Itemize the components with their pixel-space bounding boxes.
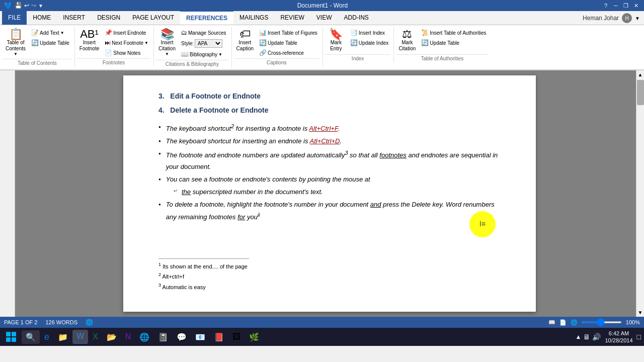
insert-endnote-button[interactable]: 📌Insert Endnote bbox=[103, 28, 150, 37]
taskbar-item-explorer[interactable]: 📂 bbox=[103, 330, 121, 344]
tab-page-layout[interactable]: PAGE LAYOUT bbox=[126, 11, 180, 25]
table-of-contents-button[interactable]: 📋 Table ofContents ▼ bbox=[3, 27, 28, 58]
taskbar-item-acrobat[interactable]: 📕 bbox=[210, 330, 228, 344]
view-icon-web[interactable]: 🌐 bbox=[571, 319, 578, 326]
bullet-item: ● The keyboard shortcut for inserting an… bbox=[158, 136, 501, 147]
tab-mailings[interactable]: MAILINGS bbox=[233, 11, 274, 25]
user-dropdown[interactable]: ▼ bbox=[635, 16, 640, 21]
taskbar-clock: 6:42 AM 10/28/2014 bbox=[603, 330, 634, 344]
quick-access-undo[interactable]: ↩ bbox=[24, 2, 29, 9]
zoom-slider[interactable] bbox=[582, 321, 622, 323]
insert-caption-button[interactable]: 🏷 InsertCaption bbox=[234, 27, 256, 53]
zoom-level: 100% bbox=[626, 319, 640, 325]
taskbar-notification[interactable]: □ bbox=[637, 333, 641, 341]
quick-access-redo[interactable]: ↪ bbox=[31, 2, 36, 9]
view-icon-layout[interactable]: 📄 bbox=[559, 319, 567, 326]
quick-access-save[interactable]: 💾 bbox=[15, 2, 22, 9]
tab-home[interactable]: HOME bbox=[27, 11, 57, 25]
insert-table-of-figures-button[interactable]: 📊Insert Table of Figures bbox=[257, 28, 319, 37]
tab-insert[interactable]: INSERT bbox=[57, 11, 91, 25]
taskbar-item-skype[interactable]: 💬 bbox=[173, 330, 191, 344]
tab-add-ins[interactable]: ADD-INS bbox=[338, 11, 374, 25]
citations-group-label: Citations & Bibliography bbox=[156, 60, 228, 67]
taskbar-item-ie[interactable]: e bbox=[40, 330, 53, 344]
taskbar-item-search[interactable]: 🔍 bbox=[22, 330, 40, 344]
close-button[interactable]: ✕ bbox=[632, 2, 640, 9]
style-select-row: Style: APA MLA Chicago bbox=[179, 38, 228, 49]
insert-index-button[interactable]: 📑Insert Index bbox=[348, 28, 391, 37]
authorities-group-label: Table of Authorities bbox=[396, 54, 488, 61]
toc-group-label: Table of Contents bbox=[3, 59, 71, 66]
taskbar-item-word[interactable]: W bbox=[72, 330, 88, 344]
window-title: Document1 - Word bbox=[43, 2, 602, 9]
numbered-item-4: 4. Delete a Footnote or Endnote bbox=[158, 105, 501, 117]
taskbar-item-excel[interactable]: X bbox=[89, 330, 102, 343]
manage-sources-button[interactable]: 🗂Manage Sources bbox=[179, 28, 228, 37]
tab-design[interactable]: DESIGN bbox=[91, 11, 126, 25]
taskbar-item-photos[interactable]: 🖼 bbox=[228, 330, 245, 343]
bullet-item: ● You can see a footnote or endnote's co… bbox=[158, 174, 501, 185]
update-table-authorities-button[interactable]: 🔄Update Table bbox=[419, 38, 488, 47]
start-button[interactable] bbox=[1, 330, 21, 344]
quick-access-customize[interactable]: ▼ bbox=[38, 3, 43, 9]
minimize-button[interactable]: ─ bbox=[612, 2, 620, 9]
help-button[interactable]: ? bbox=[602, 2, 610, 9]
scroll-up-button[interactable]: ▲ bbox=[636, 70, 644, 79]
taskbar-item-onenote[interactable]: N bbox=[121, 330, 135, 343]
scroll-thumb[interactable] bbox=[637, 80, 644, 105]
language-icon: 🌐 bbox=[86, 319, 93, 326]
tab-review[interactable]: REVIEW bbox=[274, 11, 310, 25]
bullet-item: ● The footnote and endnote numbers are u… bbox=[158, 148, 501, 172]
taskbar-item-files[interactable]: 📁 bbox=[54, 330, 72, 344]
bibliography-button[interactable]: 📖Bibliography▼ bbox=[179, 50, 228, 59]
title-bar: 💙 💾 ↩ ↪ ▼ Document1 - Word ? ─ ❐ ✕ bbox=[0, 0, 644, 11]
insert-citation-button[interactable]: 📚 InsertCitation ▼ bbox=[156, 27, 178, 58]
footnote-2: 2 Alt+ctrl+f bbox=[158, 271, 501, 281]
word-count: 126 WORDS bbox=[45, 319, 77, 325]
restore-button[interactable]: ❐ bbox=[622, 2, 630, 9]
taskbar-item-green[interactable]: 🌿 bbox=[245, 330, 263, 344]
footnote-3: 3 Automatic is easy bbox=[158, 282, 501, 292]
insert-footnote-button[interactable]: AB¹ InsertFootnote bbox=[77, 27, 102, 53]
view-icon-read[interactable]: 📖 bbox=[548, 319, 555, 326]
numbered-item-3: 3. Edit a Footnote or Endnote bbox=[158, 90, 501, 103]
insert-table-authorities-button[interactable]: 📜Insert Table of Authorities bbox=[419, 28, 488, 37]
footnote-1: 1 Its shown at the end.... of the page bbox=[158, 261, 501, 271]
taskbar-item-onenote2[interactable]: 📓 bbox=[154, 330, 172, 344]
cursor-highlight: I≡ bbox=[469, 211, 496, 237]
mark-citation-button[interactable]: ⚖ MarkCitation bbox=[396, 27, 418, 53]
citation-style-dropdown[interactable]: APA MLA Chicago bbox=[195, 39, 222, 48]
bullet-continuation: ↵ the superscripted number in the docume… bbox=[174, 187, 501, 198]
scroll-down-button[interactable]: ▼ bbox=[636, 308, 644, 317]
user-name: Heman Johar bbox=[583, 15, 619, 22]
page-indicator: PAGE 1 OF 2 bbox=[4, 319, 37, 325]
taskbar-network: 🖥 bbox=[583, 333, 590, 341]
document-page: 3. Edit a Footnote or Endnote 4. Delete … bbox=[123, 75, 536, 312]
taskbar-volume[interactable]: 🔊 bbox=[592, 333, 601, 341]
mark-entry-button[interactable]: 🔖 MarkEntry bbox=[325, 27, 347, 53]
update-index-button[interactable]: 🔄Update Index bbox=[348, 38, 391, 47]
taskbar-item-chrome[interactable]: 🌐 bbox=[135, 330, 153, 344]
captions-group-label: Captions bbox=[234, 58, 319, 65]
taskbar-item-outlook[interactable]: 📧 bbox=[191, 330, 209, 344]
update-table-toc-button[interactable]: 🔄Update Table bbox=[29, 38, 71, 47]
tab-file[interactable]: FILE bbox=[2, 11, 27, 25]
update-table-captions-button[interactable]: 🔄Update Table bbox=[257, 38, 319, 47]
next-footnote-button[interactable]: ⏭Next Footnote▼ bbox=[103, 38, 150, 47]
bullet-item: ● The keyboard shortcut2 for inserting a… bbox=[158, 122, 501, 134]
cross-reference-button[interactable]: 🔗Cross-reference bbox=[257, 48, 319, 57]
tab-references[interactable]: REFERENCES bbox=[180, 11, 233, 25]
footnotes-group-label: Footnotes bbox=[77, 58, 150, 65]
bullet-item: ● To delete a footnote, highlight the fo… bbox=[158, 199, 501, 223]
user-avatar: H bbox=[622, 13, 632, 23]
add-text-button[interactable]: 📝Add Text▼ bbox=[29, 28, 71, 37]
word-logo: 💙 bbox=[4, 2, 13, 10]
index-group-label: Index bbox=[325, 54, 391, 61]
taskbar-up-arrow[interactable]: ▲ bbox=[576, 333, 582, 340]
tab-view[interactable]: VIEW bbox=[310, 11, 338, 25]
show-notes-button[interactable]: 📄Show Notes bbox=[103, 48, 150, 57]
